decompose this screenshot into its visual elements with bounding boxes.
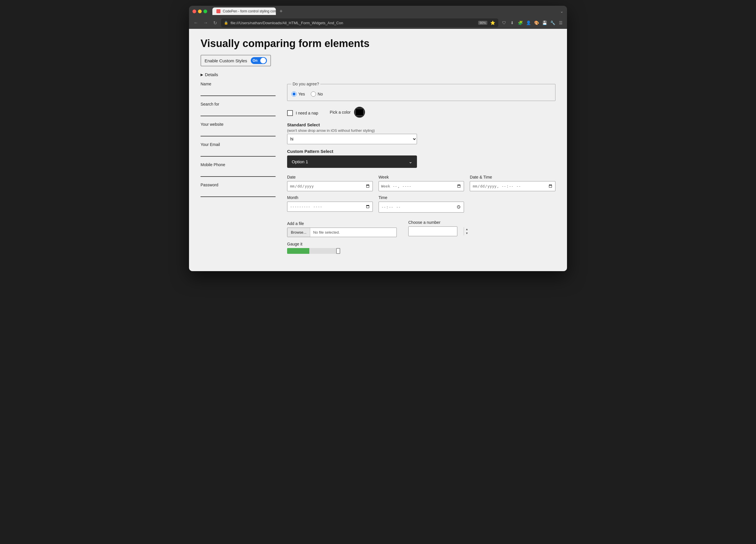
month-field: Month [287,195,373,213]
gauge-label: Gauge it [287,242,555,246]
details-label: Details [205,72,218,77]
gauge-bar-fill [287,248,309,254]
yes-radio[interactable] [291,91,297,97]
details-section: ▶ Details Name Search for Your web [201,72,555,254]
menu-icon[interactable]: ☰ [558,20,564,26]
traffic-lights [192,10,207,13]
search-label: Search for [201,102,276,107]
page-title: Visually comparing form elements [201,38,555,50]
zoom-level: 90% [478,21,487,25]
no-radio-label: No [318,92,323,96]
shield-icon[interactable]: 🛡 [501,20,507,26]
time-input[interactable] [379,202,464,213]
number-increment-button[interactable]: ▲ [464,227,470,231]
phone-field-group: Mobile Phone [201,162,276,177]
yes-radio-label: Yes [298,92,305,96]
toggle-switch[interactable]: On [251,57,267,64]
profile-icon[interactable]: 👤 [525,20,531,26]
number-decrement-button[interactable]: ▼ [464,231,470,236]
checkbox-row: I need a nap [287,110,318,116]
lock-icon: 🔒 [224,21,228,25]
bookmark-icon[interactable]: ⭐ [490,20,495,26]
color-icon[interactable]: 🎨 [534,20,539,26]
search-field-group: Search for [201,102,276,116]
nap-checkbox[interactable] [287,110,293,116]
form-right: Do you agree? Yes No [287,82,555,254]
close-button[interactable] [192,10,196,13]
date-input[interactable] [287,181,373,191]
fullscreen-button[interactable] [203,10,207,13]
toggle-on-text: On [253,59,258,63]
extension-icon[interactable]: 🧩 [517,20,523,26]
agree-fieldset: Do you agree? Yes No [287,82,555,101]
enable-custom-styles-toggle[interactable]: Enable Custom Styles On [201,55,271,66]
website-label: Your website [201,122,276,127]
password-input[interactable] [201,188,276,197]
gauge-handle[interactable] [336,248,340,254]
name-input[interactable] [201,87,276,96]
time-label: Time [379,195,464,200]
form-left: Name Search for Your website Your Email [201,82,276,254]
file-browse-button[interactable]: Browse... [287,228,310,237]
phone-input[interactable] [201,168,276,177]
tab-favicon [216,9,220,13]
email-label: Your Email [201,142,276,147]
toggle-knob [260,58,266,63]
active-tab[interactable]: CodePen - form control styling com ✕ [212,8,276,15]
file-name-text: No file selected. [310,228,343,237]
standard-select[interactable]: hi Option 1 Option 2 [287,134,417,144]
save-icon[interactable]: 💾 [542,20,547,26]
custom-select-wrapper[interactable]: Option 1 ⌄ [287,156,417,168]
number-spinners: ▲ ▼ [464,227,470,236]
time-field: Time [379,195,464,213]
custom-select-section: Custom Pattern Select Option 1 ⌄ [287,149,555,168]
week-label: Week [379,175,464,180]
number-label: Choose a number [408,220,457,225]
new-tab-button[interactable]: + [277,7,285,15]
phone-label: Mobile Phone [201,162,276,167]
website-input[interactable] [201,128,276,137]
download-icon[interactable]: ⬇ [509,20,515,26]
month-label: Month [287,195,373,200]
refresh-button[interactable]: ↻ [212,20,218,26]
datetime-label: Date & Time [470,175,555,180]
number-input[interactable] [409,227,464,236]
datetime-grid: Date Week Date & Time Month [287,175,555,213]
color-picker[interactable] [354,107,365,118]
month-input[interactable] [287,202,373,212]
details-summary[interactable]: ▶ Details [201,72,555,77]
datetime-field: Date & Time [470,175,555,191]
gauge-section: Gauge it [287,242,555,254]
back-button[interactable]: ← [192,20,199,26]
color-row: Pick a color [330,107,365,118]
yes-radio-option[interactable]: Yes [291,91,305,97]
file-input-row: Browse... No file selected. [287,228,397,237]
datetime-input[interactable] [470,181,555,191]
bottom-row: Add a file Browse... No file selected. C… [287,220,555,237]
nap-checkbox-label: I need a nap [296,111,318,115]
browser-titlebar: CodePen - form control styling com ✕ + ⌄ [189,6,567,17]
gauge-bar-container [287,248,336,254]
file-section: Add a file Browse... No file selected. [287,221,397,237]
forward-button[interactable]: → [202,20,209,26]
standard-select-section: Standard Select (won't show drop arrow i… [287,122,555,144]
gauge-bar-row [287,248,555,254]
no-radio-option[interactable]: No [311,91,323,97]
toolbar-icons: 🛡 ⬇ 🧩 👤 🎨 💾 🔧 ☰ [501,20,564,26]
week-input[interactable] [379,181,464,191]
name-label: Name [201,82,276,86]
no-radio[interactable] [311,91,316,97]
email-field-group: Your Email [201,142,276,157]
devtools-icon[interactable]: 🔧 [550,20,555,26]
name-field-group: Name [201,82,276,96]
password-label: Password [201,183,276,187]
number-section: Choose a number ▲ ▼ [408,220,457,237]
minimize-button[interactable] [198,10,202,13]
color-label: Pick a color [330,110,351,115]
search-input[interactable] [201,108,276,116]
email-input[interactable] [201,148,276,157]
browser-window: CodePen - form control styling com ✕ + ⌄… [189,6,567,271]
tabs-chevron-icon[interactable]: ⌄ [560,9,564,14]
custom-select-arrow-icon: ⌄ [409,159,412,165]
address-bar[interactable]: 🔒 file:///Users/nathan/Downloads/All_HTM… [221,18,498,27]
